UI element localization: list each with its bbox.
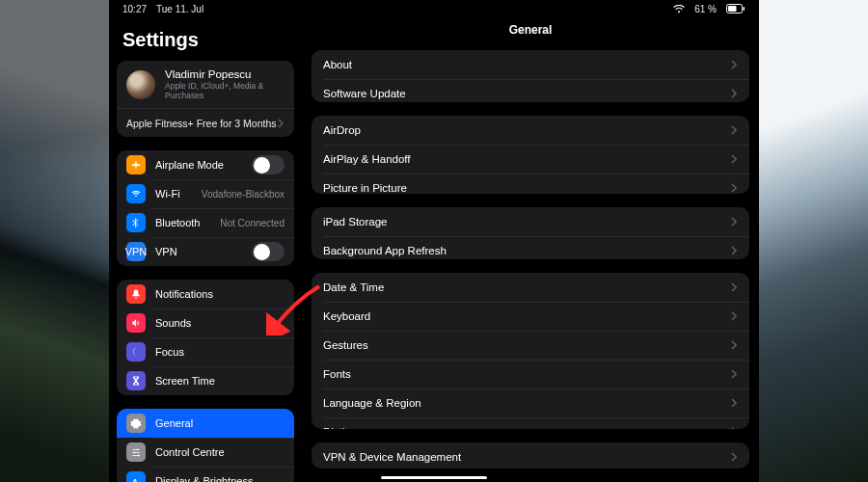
chevron-right-icon: [278, 119, 285, 128]
chevron-right-icon: [731, 89, 738, 98]
vpn-device-mgmt-label: VPN & Device Management: [323, 451, 731, 463]
svg-rect-1: [728, 6, 737, 12]
vpn-device-mgmt-row[interactable]: VPN & Device Management: [312, 442, 749, 469]
notifications-row[interactable]: Notifications: [117, 280, 294, 308]
bluetooth-label: Bluetooth: [155, 217, 214, 228]
avatar: [126, 70, 155, 99]
focus-label: Focus: [155, 346, 285, 358]
gear-icon: [126, 414, 146, 433]
wifi-label: Wi-Fi: [155, 188, 196, 200]
general-row[interactable]: General: [117, 409, 294, 438]
keyboard-label: Keyboard: [323, 310, 731, 322]
apple-id-row[interactable]: Vladimir Popescu Apple ID, iCloud+, Medi…: [117, 61, 294, 108]
wifi-value: Vodafone-Blackbox: [202, 189, 285, 200]
svg-text:A: A: [132, 477, 138, 482]
wifi-row-icon: [126, 184, 146, 203]
profile-sub: Apple ID, iCloud+, Media & Purchases: [165, 81, 285, 100]
speaker-icon: [126, 313, 146, 333]
airplane-icon: [126, 155, 146, 174]
page-title: Settings: [122, 29, 294, 51]
bluetooth-icon: [126, 213, 146, 232]
fitness-label: Apple Fitness+ Free for 3 Months: [126, 118, 277, 129]
fonts-row[interactable]: Fonts: [312, 360, 749, 388]
general-label: General: [155, 417, 285, 429]
dictionary-row[interactable]: Dictionary: [312, 417, 749, 429]
sounds-label: Sounds: [155, 317, 285, 329]
control-centre-row[interactable]: Control Centre: [117, 438, 294, 467]
status-date: Tue 11. Jul: [156, 4, 203, 14]
storage-row[interactable]: iPad Storage: [312, 207, 749, 236]
storage-label: iPad Storage: [323, 216, 731, 228]
alerts-group: Notifications Sounds Focus Screen Time: [117, 280, 294, 395]
vpn-row[interactable]: VPN VPN: [117, 237, 294, 266]
chevron-right-icon: [731, 340, 738, 350]
svg-point-4: [134, 451, 136, 453]
bell-icon: [126, 284, 146, 304]
svg-point-5: [138, 454, 140, 456]
bluetooth-row[interactable]: Bluetooth Not Connected: [117, 208, 294, 237]
about-row[interactable]: About: [312, 50, 749, 79]
chevron-right-icon: [731, 282, 738, 292]
general-pane: General About Software Update AirDrop Ai…: [302, 17, 759, 482]
airdrop-row[interactable]: AirDrop: [312, 116, 749, 145]
display-icon: A: [126, 471, 146, 482]
moon-icon: [126, 342, 146, 362]
gestures-label: Gestures: [323, 339, 731, 351]
background-refresh-label: Background App Refresh: [323, 245, 731, 256]
chevron-right-icon: [731, 427, 738, 429]
background-refresh-row[interactable]: Background App Refresh: [312, 236, 749, 259]
pane-title: General: [312, 23, 749, 37]
display-row[interactable]: A Display & Brightness: [117, 467, 294, 482]
general-group-5: VPN & Device Management: [312, 442, 749, 469]
chevron-right-icon: [731, 311, 738, 321]
keyboard-row[interactable]: Keyboard: [312, 302, 749, 331]
software-update-label: Software Update: [323, 88, 731, 99]
chevron-right-icon: [731, 369, 738, 379]
language-region-row[interactable]: Language & Region: [312, 388, 749, 417]
pip-label: Picture in Picture: [323, 182, 731, 194]
wallpaper-left: [0, 0, 109, 482]
airplane-toggle[interactable]: [252, 155, 285, 174]
sounds-row[interactable]: Sounds: [117, 308, 294, 337]
date-time-row[interactable]: Date & Time: [312, 273, 749, 302]
chevron-right-icon: [731, 217, 738, 227]
airplane-label: Airplane Mode: [155, 159, 252, 171]
status-bar: 10:27 Tue 11. Jul 61 %: [109, 0, 759, 17]
chevron-right-icon: [731, 154, 738, 164]
fitness-promo-row[interactable]: Apple Fitness+ Free for 3 Months: [117, 108, 294, 137]
chevron-right-icon: [731, 125, 738, 135]
airplane-mode-row[interactable]: Airplane Mode: [117, 150, 294, 179]
vpn-icon: VPN: [126, 242, 146, 261]
wifi-icon: [673, 5, 685, 13]
bluetooth-value: Not Connected: [220, 218, 285, 228]
profile-name: Vladimir Popescu: [165, 68, 285, 80]
screen-time-row[interactable]: Screen Time: [117, 366, 294, 395]
battery-icon: [726, 4, 746, 13]
chevron-right-icon: [731, 183, 738, 193]
wifi-row[interactable]: Wi-Fi Vodafone-Blackbox: [117, 179, 294, 208]
general-group-2: AirDrop AirPlay & Handoff Picture in Pic…: [312, 116, 749, 194]
vpn-toggle[interactable]: [252, 242, 285, 261]
chevron-right-icon: [731, 452, 738, 462]
focus-row[interactable]: Focus: [117, 337, 294, 366]
chevron-right-icon: [731, 246, 738, 255]
airdrop-label: AirDrop: [323, 124, 731, 136]
control-centre-label: Control Centre: [155, 446, 285, 458]
home-indicator[interactable]: [381, 476, 487, 479]
screen-time-label: Screen Time: [155, 375, 285, 387]
about-label: About: [323, 59, 731, 70]
hourglass-icon: [126, 371, 146, 390]
svg-point-3: [137, 448, 139, 450]
ipad-frame: 10:27 Tue 11. Jul 61 % Settings Vladimir…: [109, 0, 759, 482]
notifications-label: Notifications: [155, 288, 285, 300]
software-update-row[interactable]: Software Update: [312, 79, 749, 102]
general-group-1: About Software Update: [312, 50, 749, 102]
connectivity-group: Airplane Mode Wi-Fi Vodafone-Blackbox Bl…: [117, 150, 294, 266]
wallpaper-right: [759, 0, 868, 482]
pip-row[interactable]: Picture in Picture: [312, 174, 749, 194]
status-time: 10:27: [122, 4, 147, 14]
gestures-row[interactable]: Gestures: [312, 331, 749, 360]
battery-text: 61 %: [694, 4, 717, 14]
profile-card: Vladimir Popescu Apple ID, iCloud+, Medi…: [117, 61, 294, 137]
airplay-row[interactable]: AirPlay & Handoff: [312, 145, 749, 174]
